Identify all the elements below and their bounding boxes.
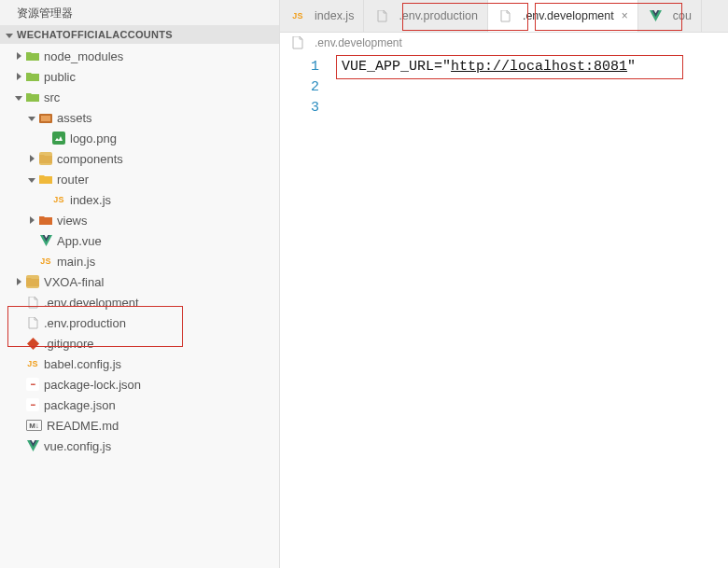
- tab-label: .env.development: [523, 9, 614, 22]
- breadcrumb[interactable]: .env.development: [280, 33, 728, 53]
- assets-icon: [39, 111, 52, 124]
- tree-node[interactable]: logo.png: [0, 128, 279, 148]
- code-lines: VUE_APP_URL="http://localhost:8081": [342, 57, 724, 118]
- tree-node[interactable]: .env.development: [0, 292, 279, 312]
- code-line-3[interactable]: [342, 98, 724, 118]
- tree-node[interactable]: src: [0, 87, 279, 107]
- breadcrumb-label: .env.development: [315, 36, 402, 49]
- tree-node[interactable]: router: [0, 169, 279, 189]
- tree-node[interactable]: JSindex.js: [0, 189, 279, 210]
- tree-node[interactable]: .gitignore: [0, 333, 279, 353]
- git-icon: [26, 337, 39, 350]
- tree-node[interactable]: views: [0, 210, 279, 230]
- line-number: 3: [280, 98, 336, 118]
- tree-label: views: [57, 214, 88, 228]
- tree-label: logo.png: [70, 132, 117, 145]
- tree-node[interactable]: VXOA-final: [0, 271, 279, 292]
- tree-label: router: [57, 173, 89, 187]
- code-editor[interactable]: 123 VUE_APP_URL="http://localhost:8081": [280, 53, 728, 568]
- tree-node[interactable]: JSmain.js: [0, 251, 279, 271]
- chevron-right-icon: [13, 277, 24, 287]
- tree-label: node_modules: [44, 49, 123, 63]
- chevron-right-icon: [13, 51, 24, 62]
- file-tree: node_modulespublicsrcassetslogo.pngcompo…: [0, 44, 279, 568]
- tree-label: package.json: [44, 398, 116, 412]
- editor-tab[interactable]: JSindex.js: [280, 0, 364, 32]
- chevron-down-icon: [26, 174, 37, 185]
- svg-rect-1: [41, 116, 50, 121]
- markdown-icon: M↓: [26, 420, 42, 431]
- file-icon: [499, 9, 512, 22]
- tree-label: VXOA-final: [44, 275, 104, 289]
- tree-node[interactable]: .env.production: [0, 312, 279, 333]
- tree-label: App.vue: [57, 234, 102, 248]
- tree-label: assets: [57, 111, 92, 125]
- js-icon: JS: [26, 357, 39, 370]
- tree-label: src: [44, 90, 60, 104]
- tree-label: .gitignore: [44, 337, 93, 351]
- folder-icon: [39, 214, 52, 227]
- line-number: 2: [280, 77, 336, 98]
- editor-pane: JSindex.js.env.production.env.developmen…: [280, 0, 728, 568]
- project-name: WECHATOFFICIALACCOUNTS: [17, 29, 173, 40]
- json-icon: ┅: [26, 398, 39, 411]
- folder-icon: [39, 152, 52, 165]
- chevron-right-icon: [26, 154, 37, 164]
- tree-label: .env.development: [44, 296, 139, 310]
- folder-icon: [26, 70, 39, 83]
- file-icon: [26, 316, 39, 329]
- tree-label: package-lock.json: [44, 378, 141, 392]
- js-icon: JS: [52, 193, 65, 206]
- chevron-down-icon: [6, 29, 13, 40]
- explorer-sidebar: 资源管理器 WECHATOFFICIALACCOUNTS node_module…: [0, 0, 280, 568]
- tab-label: index.js: [315, 9, 354, 22]
- tree-node[interactable]: JSbabel.config.js: [0, 353, 279, 374]
- tab-label: .env.production: [399, 9, 478, 22]
- vue-icon: [26, 439, 39, 452]
- tree-node[interactable]: ┅package-lock.json: [0, 374, 279, 395]
- tree-node[interactable]: public: [0, 66, 279, 87]
- editor-tab[interactable]: .env.development×: [488, 0, 638, 32]
- tree-label: vue.config.js: [44, 439, 111, 453]
- code-line-1[interactable]: VUE_APP_URL="http://localhost:8081": [342, 57, 724, 77]
- svg-rect-2: [53, 133, 64, 143]
- tree-node[interactable]: node_modules: [0, 46, 279, 66]
- tab-label: cou: [673, 9, 692, 22]
- file-icon: [26, 296, 39, 309]
- file-icon: [291, 36, 304, 49]
- tab-bar: JSindex.js.env.production.env.developmen…: [280, 0, 728, 33]
- chevron-right-icon: [26, 215, 37, 226]
- editor-tab[interactable]: .env.production: [364, 0, 488, 32]
- folder-icon: [26, 90, 39, 104]
- js-icon: JS: [291, 9, 304, 22]
- line-number: 1: [280, 57, 336, 77]
- tree-label: public: [44, 70, 76, 84]
- folder-icon: [26, 275, 39, 288]
- chevron-right-icon: [13, 72, 24, 82]
- tree-node[interactable]: M↓README.md: [0, 415, 279, 436]
- code-line-2[interactable]: [342, 77, 724, 98]
- close-icon[interactable]: ×: [622, 9, 628, 22]
- file-icon: [375, 9, 388, 22]
- tree-label: .env.production: [44, 316, 126, 330]
- tree-label: index.js: [70, 193, 111, 207]
- tree-label: components: [57, 152, 123, 166]
- json-icon: ┅: [26, 378, 39, 391]
- tree-node[interactable]: App.vue: [0, 230, 279, 251]
- tree-node[interactable]: vue.config.js: [0, 436, 279, 456]
- line-gutter: 123: [280, 53, 336, 118]
- tree-node[interactable]: components: [0, 148, 279, 169]
- vue-icon: [650, 9, 663, 22]
- tree-label: babel.config.js: [44, 357, 121, 371]
- explorer-title: 资源管理器: [0, 0, 279, 25]
- tree-label: README.md: [47, 419, 119, 433]
- chevron-down-icon: [26, 113, 37, 123]
- image-icon: [52, 132, 65, 145]
- project-header[interactable]: WECHATOFFICIALACCOUNTS: [0, 25, 279, 44]
- vue-icon: [39, 234, 52, 247]
- editor-tab[interactable]: cou: [638, 0, 702, 32]
- folder-icon: [26, 49, 39, 62]
- tree-node[interactable]: assets: [0, 107, 279, 128]
- folder-icon: [39, 173, 52, 186]
- tree-node[interactable]: ┅package.json: [0, 395, 279, 415]
